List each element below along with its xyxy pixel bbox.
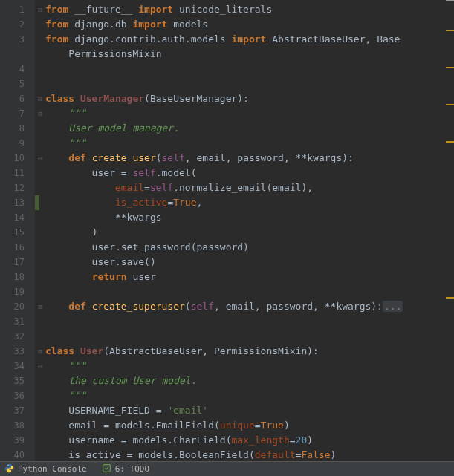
fold-spacer (35, 47, 45, 62)
line-number: 4 (0, 62, 35, 76)
code-line[interactable]: """ (45, 136, 454, 151)
code-line[interactable]: def create_superuser(self, email, passwo… (45, 299, 454, 314)
fold-spacer (35, 17, 45, 32)
fold-collapse-icon[interactable]: ⊟ (35, 2, 45, 17)
vertical-scrollbar[interactable] (446, 0, 454, 464)
fold-spacer (35, 314, 45, 329)
line-number: 19 (0, 284, 35, 299)
change-marker (35, 195, 39, 210)
code-line[interactable]: email = models.EmailField(unique=True) (45, 418, 454, 433)
line-number: 20 (0, 299, 35, 314)
code-line[interactable]: class User(AbstractBaseUser, Permissions… (45, 344, 454, 359)
code-line[interactable]: the custom User model. (45, 374, 454, 388)
code-line[interactable]: email=self.normalize_email(email), (45, 180, 454, 195)
todo-icon (102, 463, 111, 475)
code-line[interactable]: user = self.model( (45, 166, 454, 180)
line-number: 15 (0, 225, 35, 240)
warning-stripe[interactable] (446, 141, 454, 143)
code-line[interactable]: from __future__ import unicode_literals (45, 2, 454, 17)
code-line[interactable]: USERNAME_FIELD = 'email' (45, 403, 454, 418)
code-area[interactable]: from __future__ import unicode_literalsf… (45, 0, 454, 464)
warning-stripe[interactable] (446, 104, 454, 105)
code-line[interactable] (45, 62, 454, 76)
line-number: 38 (0, 418, 35, 433)
fold-collapse-icon[interactable]: ⊟ (35, 151, 45, 166)
line-number: 18 (0, 270, 35, 284)
fold-collapse-icon[interactable]: ⊟ (35, 91, 45, 106)
fold-collapse-icon[interactable]: ⊟ (35, 106, 45, 121)
line-number: 9 (0, 136, 35, 151)
fold-spacer (35, 136, 45, 151)
fold-spacer (35, 270, 45, 284)
line-number: 31 (0, 314, 35, 329)
fold-spacer (35, 403, 45, 418)
line-number: 35 (0, 374, 35, 388)
line-number (0, 47, 35, 62)
fold-spacer (35, 240, 45, 255)
python-console-tab[interactable]: Python Console (4, 463, 87, 475)
code-line[interactable]: username = models.CharField(max_length=2… (45, 433, 454, 448)
line-number: 34 (0, 359, 35, 374)
line-number: 36 (0, 388, 35, 403)
code-line[interactable]: is_active = models.BooleanField(default=… (45, 448, 454, 463)
code-line[interactable]: from django.db import models (45, 17, 454, 32)
line-number: 3 (0, 32, 35, 47)
code-line[interactable]: class UserManager(BaseUserManager): (45, 91, 454, 106)
code-line[interactable]: User model manager. (45, 121, 454, 136)
line-number: 11 (0, 166, 35, 180)
fold-collapse-icon[interactable]: ⊟ (35, 344, 45, 359)
fold-spacer (35, 76, 45, 91)
svg-point-1 (10, 470, 11, 471)
code-editor[interactable]: 1234567891011121314151617181920313233343… (0, 0, 454, 464)
line-number: 13 (0, 195, 35, 210)
fold-spacer (35, 210, 45, 225)
fold-column[interactable]: ⊟⊟⊟⊟⊞⊟⊟ (35, 0, 45, 464)
code-line[interactable]: ) (45, 225, 454, 240)
code-line[interactable]: user.set_password(password) (45, 240, 454, 255)
line-number: 12 (0, 180, 35, 195)
code-line[interactable]: return user (45, 270, 454, 284)
line-number: 5 (0, 76, 35, 91)
line-number: 14 (0, 210, 35, 225)
status-bar: Python Console 6: TODO (0, 461, 454, 476)
warning-stripe[interactable] (446, 297, 454, 299)
line-number: 39 (0, 433, 35, 448)
fold-expand-icon[interactable]: ⊞ (35, 299, 45, 314)
code-line[interactable]: PermissionsMixin (45, 47, 454, 62)
line-number: 33 (0, 344, 35, 359)
fold-spacer (35, 121, 45, 136)
code-line[interactable]: is_active=True, (45, 195, 454, 210)
python-icon (4, 463, 14, 475)
code-line[interactable] (45, 329, 454, 344)
fold-collapse-icon[interactable]: ⊟ (35, 359, 45, 374)
fold-spacer (35, 166, 45, 180)
fold-spacer (35, 62, 45, 76)
todo-tab[interactable]: 6: TODO (102, 463, 149, 475)
python-console-label: Python Console (18, 464, 87, 474)
fold-spacer (35, 448, 45, 463)
code-line[interactable]: """ (45, 388, 454, 403)
line-number: 37 (0, 403, 35, 418)
line-number: 32 (0, 329, 35, 344)
warning-stripe[interactable] (446, 30, 454, 31)
fold-spacer (35, 418, 45, 433)
code-line[interactable] (45, 284, 454, 299)
code-line[interactable]: from django.contrib.auth.models import A… (45, 32, 454, 47)
code-line[interactable]: **kwargs (45, 210, 454, 225)
todo-label: 6: TODO (115, 464, 149, 474)
fold-spacer (35, 329, 45, 344)
fold-spacer (35, 433, 45, 448)
line-number: 6 (0, 91, 35, 106)
code-line[interactable]: """ (45, 106, 454, 121)
code-line[interactable]: def create_user(self, email, password, *… (45, 151, 454, 166)
svg-point-0 (7, 464, 8, 465)
code-line[interactable] (45, 76, 454, 91)
code-line[interactable]: user.save() (45, 255, 454, 270)
code-line[interactable]: """ (45, 359, 454, 374)
fold-spacer (35, 255, 45, 270)
code-line[interactable] (45, 314, 454, 329)
line-number: 1 (0, 2, 35, 17)
line-number: 8 (0, 121, 35, 136)
line-number: 2 (0, 17, 35, 32)
warning-stripe[interactable] (446, 67, 454, 68)
